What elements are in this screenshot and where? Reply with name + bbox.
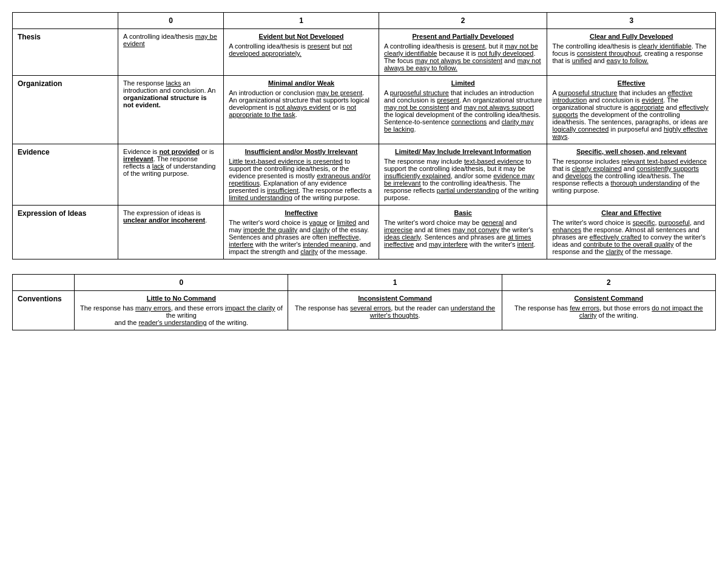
thesis-score1: Evident but Not Developed A controlling … bbox=[224, 29, 379, 76]
organization-score3-text: A purposeful structure that includes an … bbox=[552, 89, 708, 140]
evidence-score1-title: Insufficient and/or Mostly Irrelevant bbox=[229, 148, 374, 155]
expression-score3-text: The writer's word choice is specific, pu… bbox=[552, 219, 706, 255]
expression-score3-title: Clear and Effective bbox=[552, 209, 710, 216]
evidence-score3: Specific, well chosen, and relevant The … bbox=[547, 144, 716, 206]
header-empty bbox=[13, 13, 118, 29]
main-header-row: 0 1 2 3 bbox=[13, 13, 716, 29]
evidence-score3-text: The response includes relevant text-base… bbox=[552, 158, 706, 194]
evidence-score1-text: Little text-based evidence is presented … bbox=[229, 158, 372, 201]
conventions-category: Conventions bbox=[13, 291, 75, 330]
conventions-score2-text: The response has few errors, but those e… bbox=[514, 304, 703, 319]
conventions-score0-text: The response has many errors, and these … bbox=[80, 304, 283, 326]
expression-score0: The expression of ideas is unclear and/o… bbox=[118, 206, 224, 259]
expression-score2: Basic The writer's word choice may be ge… bbox=[379, 206, 547, 259]
organization-score0: The response lacks an introduction and c… bbox=[118, 76, 224, 144]
conventions-score2: Consistent Command The response has few … bbox=[502, 291, 715, 330]
conventions-rubric-table: 0 1 2 Conventions Little to No Command T… bbox=[12, 274, 716, 330]
thesis-score0: A controlling idea/thesis may beevident bbox=[118, 29, 224, 76]
organization-score1: Minimal and/or Weak An introduction or c… bbox=[224, 76, 379, 144]
header-0: 0 bbox=[118, 13, 224, 29]
organization-score2-title: Limited bbox=[384, 79, 542, 87]
conventions-score1-title: Inconsistent Command bbox=[293, 295, 496, 302]
thesis-score2: Present and Partially Developed A contro… bbox=[379, 29, 547, 76]
conventions-score2-title: Consistent Command bbox=[507, 295, 710, 302]
thesis-score2-text: A controlling idea/thesis is present, bu… bbox=[384, 42, 541, 72]
thesis-score1-text: A controlling idea/thesis is present but… bbox=[229, 42, 352, 57]
thesis-category: Thesis bbox=[13, 29, 118, 76]
evidence-row: Evidence Evidence is not provided or is … bbox=[13, 144, 716, 206]
evidence-score1: Insufficient and/or Mostly Irrelevant Li… bbox=[224, 144, 379, 206]
thesis-score3: Clear and Fully Developed The controllin… bbox=[547, 29, 716, 76]
conventions-header-1: 1 bbox=[288, 275, 502, 291]
header-2: 2 bbox=[379, 13, 547, 29]
organization-category: Organization bbox=[13, 76, 118, 144]
conventions-row: Conventions Little to No Command The res… bbox=[13, 291, 716, 330]
thesis-score1-title: Evident but Not Developed bbox=[229, 33, 374, 40]
organization-row: Organization The response lacks an intro… bbox=[13, 76, 716, 144]
organization-score2: Limited A purposeful structure that incl… bbox=[379, 76, 547, 144]
conventions-header-2: 2 bbox=[502, 275, 715, 291]
expression-score1: Ineffective The writer's word choice is … bbox=[224, 206, 379, 259]
thesis-score2-title: Present and Partially Developed bbox=[384, 33, 542, 40]
conventions-score0: Little to No Command The response has ma… bbox=[75, 291, 288, 330]
expression-score1-text: The writer's word choice is vague or lim… bbox=[229, 219, 371, 255]
conventions-header-row: 0 1 2 bbox=[13, 275, 716, 291]
expression-score2-title: Basic bbox=[384, 209, 542, 216]
thesis-score3-title: Clear and Fully Developed bbox=[552, 33, 710, 40]
thesis-score3-text: The controlling idea/thesis is clearly i… bbox=[552, 42, 706, 64]
conventions-score1-text: The response has several errors, but the… bbox=[295, 304, 495, 319]
conventions-header-empty bbox=[13, 275, 75, 291]
evidence-category: Evidence bbox=[13, 144, 118, 206]
evidence-score2: Limited/ May Include Irrelevant Informat… bbox=[379, 144, 547, 206]
evidence-score0: Evidence is not provided or is irrelevan… bbox=[118, 144, 224, 206]
evidence-score2-title: Limited/ May Include Irrelevant Informat… bbox=[384, 148, 542, 155]
expression-score0-text: The expression of ideas is unclear and/o… bbox=[123, 209, 207, 224]
evidence-score0-text: Evidence is not provided or is irrelevan… bbox=[123, 148, 215, 177]
conventions-header-0: 0 bbox=[75, 275, 288, 291]
expression-score1-title: Ineffective bbox=[229, 209, 374, 216]
expression-score3: Clear and Effective The writer's word ch… bbox=[547, 206, 716, 259]
main-rubric-table: 0 1 2 3 Thesis A controlling idea/thesis… bbox=[12, 12, 716, 259]
evidence-score3-title: Specific, well chosen, and relevant bbox=[552, 148, 710, 155]
evidence-score2-text: The response may include text-based evid… bbox=[384, 158, 539, 201]
organization-score1-title: Minimal and/or Weak bbox=[229, 79, 374, 87]
organization-score2-text: A purposeful structure that includes an … bbox=[384, 89, 542, 133]
organization-score3-title: Effective bbox=[552, 79, 710, 87]
organization-score0-text: The response lacks an introduction and c… bbox=[123, 79, 215, 109]
header-1: 1 bbox=[224, 13, 379, 29]
header-3: 3 bbox=[547, 13, 716, 29]
expression-row: Expression of Ideas The expression of id… bbox=[13, 206, 716, 259]
conventions-score1: Inconsistent Command The response has se… bbox=[288, 291, 502, 330]
thesis-score0-text: A controlling idea/thesis may beevident bbox=[123, 33, 217, 47]
expression-score2-text: The writer's word choice may be general … bbox=[384, 219, 536, 248]
organization-score1-text: An introduction or conclusion may be pre… bbox=[229, 89, 369, 118]
thesis-row: Thesis A controlling idea/thesis may bee… bbox=[13, 29, 716, 76]
expression-category: Expression of Ideas bbox=[13, 206, 118, 259]
organization-score3: Effective A purposeful structure that in… bbox=[547, 76, 716, 144]
conventions-score0-title: Little to No Command bbox=[79, 295, 283, 302]
